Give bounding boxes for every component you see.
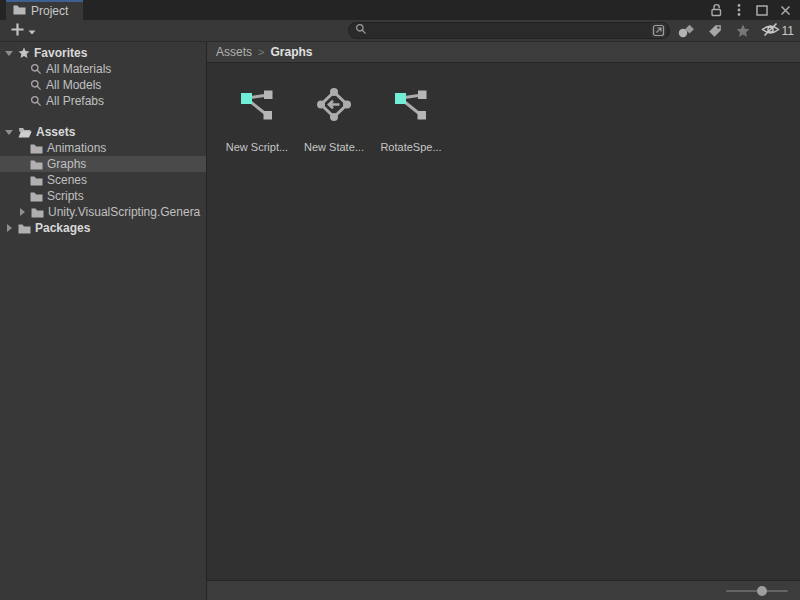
- tree-label: Graphs: [47, 157, 86, 171]
- tab-project[interactable]: Project: [6, 0, 83, 20]
- tree-label: Packages: [35, 221, 90, 235]
- toolbar-right-icons: 11: [675, 22, 794, 40]
- script-graph-icon: [239, 83, 275, 127]
- breadcrumb: Assets > Graphs: [207, 42, 800, 63]
- folder-open-icon: [18, 127, 32, 138]
- state-graph-icon: [316, 83, 352, 127]
- foldout-expanded-icon[interactable]: [4, 130, 14, 135]
- search-icon: [30, 95, 42, 107]
- favorites-star-icon[interactable]: [731, 22, 755, 40]
- sidebar-item-animations[interactable]: Animations: [0, 140, 206, 156]
- titlebar-icons: [709, 0, 800, 20]
- breadcrumb-graphs[interactable]: Graphs: [270, 45, 312, 59]
- folder-icon: [30, 159, 43, 170]
- asset-grid: New Script... New State...: [207, 63, 800, 580]
- foldout-collapsed-icon[interactable]: [17, 208, 27, 216]
- kebab-menu-icon[interactable]: [732, 3, 746, 17]
- breadcrumb-separator-icon: >: [258, 46, 264, 58]
- search-input[interactable]: [371, 24, 647, 37]
- tree-label: All Models: [46, 78, 101, 92]
- status-bar: [207, 580, 800, 600]
- sidebar-item-all-models[interactable]: All Models: [0, 77, 206, 93]
- asset-label: New State...: [304, 141, 364, 153]
- search-by-type-icon[interactable]: [675, 22, 699, 40]
- search-field[interactable]: [348, 22, 670, 39]
- tree-gap: [0, 109, 206, 124]
- tab-strip: Project: [0, 0, 800, 20]
- tree-label: All Materials: [46, 62, 111, 76]
- tree-label: Unity.VisualScripting.Genera: [48, 205, 200, 219]
- sidebar-item-unity-visualscripting[interactable]: Unity.VisualScripting.Genera: [0, 204, 206, 220]
- sidebar-item-all-materials[interactable]: All Materials: [0, 61, 206, 77]
- sidebar-item-graphs[interactable]: Graphs: [0, 156, 206, 172]
- tree-label: Scenes: [47, 173, 87, 187]
- slider-handle[interactable]: [757, 586, 767, 596]
- tree-label: Animations: [47, 141, 106, 155]
- sidebar-item-assets[interactable]: Assets: [0, 124, 206, 140]
- folder-icon: [30, 175, 43, 186]
- script-graph-icon: [393, 83, 429, 127]
- search-icon: [30, 79, 42, 91]
- chevron-down-icon: [28, 24, 36, 38]
- foldout-collapsed-icon[interactable]: [4, 224, 14, 232]
- star-icon: [18, 47, 30, 59]
- asset-label: New Script...: [226, 141, 288, 153]
- asset-item-new-state[interactable]: New State...: [298, 83, 370, 153]
- sidebar-item-packages[interactable]: Packages: [0, 220, 206, 236]
- tree-label: Scripts: [47, 189, 84, 203]
- sidebar-item-scenes[interactable]: Scenes: [0, 172, 206, 188]
- window-body: Favorites All Materials All Models All P…: [0, 42, 800, 600]
- tab-title: Project: [31, 4, 68, 18]
- tree-label: All Prefabs: [46, 94, 104, 108]
- close-icon[interactable]: [778, 3, 792, 17]
- project-window: Project: [0, 0, 800, 600]
- unlock-icon[interactable]: [709, 3, 723, 17]
- asset-label: RotateSpe...: [380, 141, 441, 153]
- sidebar-item-all-prefabs[interactable]: All Prefabs: [0, 93, 206, 109]
- search-icon: [355, 23, 367, 38]
- eye-slash-icon: [761, 22, 780, 40]
- asset-browser-content: Assets > Graphs New Script: [207, 42, 800, 600]
- tree-label: Assets: [36, 125, 75, 139]
- folder-icon: [30, 191, 43, 202]
- create-asset-button[interactable]: [6, 20, 40, 41]
- breadcrumb-assets[interactable]: Assets: [216, 45, 252, 59]
- search-icon: [30, 63, 42, 75]
- toolbar: 11: [0, 20, 800, 42]
- folder-icon: [13, 4, 26, 18]
- tree-label: Favorites: [34, 46, 87, 60]
- folder-icon: [18, 223, 31, 234]
- sidebar-item-favorites[interactable]: Favorites: [0, 45, 206, 61]
- maximize-icon[interactable]: [755, 3, 769, 17]
- search-by-label-icon[interactable]: [703, 22, 727, 40]
- hidden-count: 11: [782, 24, 794, 38]
- open-search-window-icon[interactable]: [651, 23, 666, 38]
- plus-icon: [10, 22, 25, 40]
- asset-item-rotatespe[interactable]: RotateSpe...: [375, 83, 447, 153]
- asset-item-new-script[interactable]: New Script...: [221, 83, 293, 153]
- folder-icon: [30, 143, 43, 154]
- sidebar-item-scripts[interactable]: Scripts: [0, 188, 206, 204]
- thumbnail-zoom-slider[interactable]: [726, 585, 788, 597]
- folder-icon: [31, 207, 44, 218]
- hidden-count-toggle[interactable]: 11: [759, 22, 794, 40]
- foldout-expanded-icon[interactable]: [4, 51, 14, 56]
- project-tree-sidebar: Favorites All Materials All Models All P…: [0, 42, 207, 600]
